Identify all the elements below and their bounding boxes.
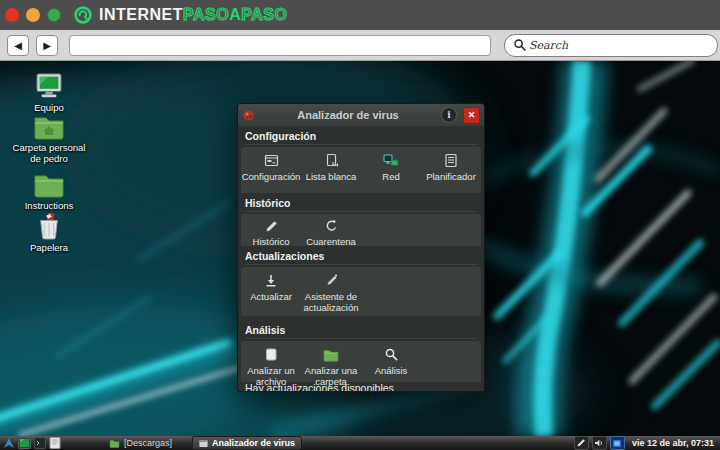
section-header-analisis: Análisis [238,320,484,341]
analisis-button[interactable]: Análisis [361,346,421,376]
window-titlebar[interactable]: Analizador de virus i ✕ [238,104,484,126]
info-button[interactable]: i [441,107,457,123]
task-label: [Descargas] [124,438,172,448]
traffic-minimize-button[interactable] [26,8,40,22]
logo-word-paso1: PASO [183,6,229,24]
planificador-button[interactable]: Planificador [421,152,481,193]
asistente-actualizacion-button[interactable]: Asistente de actualización [301,272,361,313]
whitelist-icon [324,152,339,169]
logo-word-paso2: PASO [241,6,287,24]
tray-network-icon[interactable] [610,436,625,450]
section-header-historico: Histórico [238,193,484,214]
tray-volume-icon[interactable] [592,436,607,450]
red-button[interactable]: Red [361,152,421,193]
settings-icon [264,152,279,169]
forward-button[interactable]: ▶ [36,35,58,56]
desktop-icon-label: Equipo [34,102,64,113]
window-title: Analizador de virus [255,109,441,121]
desktop-icon-label: Carpeta personal de pedro [8,142,90,164]
screen: INTERNETPASOAPASO ◀ ▶ [0,0,720,450]
download-icon [264,272,278,289]
search-box[interactable] [504,34,718,57]
tray-pencil-icon[interactable] [574,436,589,450]
dark-app-launcher-icon[interactable] [34,437,46,449]
terminal-launcher-icon[interactable] [18,437,31,449]
item-label: Análisis [373,365,410,376]
desktop-icon-label: Papelera [30,242,68,253]
url-input[interactable] [69,35,491,56]
desktop-icon-home-folder[interactable]: Carpeta personal de pedro [7,114,91,164]
computer-icon [34,72,64,100]
desktop-icon-equipo[interactable]: Equipo [7,72,91,113]
section-panel-analisis: Analizar un archivo Analizar una carpeta… [241,341,481,382]
menu-launcher-icon[interactable] [3,437,15,449]
system-tray: vie 12 de abr, 07:31 [574,436,720,450]
taskbar: [Descargas] Analizador de virus vie 12 d… [0,436,720,450]
home-folder-icon [33,114,65,140]
item-label: Actualizar [248,291,294,302]
back-button[interactable]: ◀ [7,35,29,56]
folder-icon [109,439,120,448]
file-icon [264,346,278,363]
virus-analyzer-window: Analizador de virus i ✕ Configuración Co… [237,103,485,392]
historico-button[interactable]: Histórico [241,219,301,246]
section-panel-configuracion: Configuración Lista blanca Red [241,147,481,193]
logo-word-internet: INTERNET [99,6,183,24]
browser-navbar: ◀ ▶ [0,30,720,61]
update-wizard-icon [324,272,339,289]
network-icon [383,152,399,169]
section-panel-actualizaciones: Actualizar Asistente de actualización [241,267,481,316]
history-pencil-icon [264,219,279,234]
logo-text: INTERNETPASOAPASO [99,6,287,24]
close-button[interactable]: ✕ [463,107,480,124]
task-label: Analizador de virus [212,438,295,448]
desktop: Equipo Carpeta personal de pedro Instruc… [0,61,720,436]
folder-icon [33,172,65,198]
traffic-close-button[interactable] [5,8,19,22]
item-label: Red [380,171,401,182]
browser-titlebar: INTERNETPASOAPASO [0,0,720,30]
analizar-carpeta-button[interactable]: Analizar una carpeta [301,346,361,387]
desktop-icon-instructions[interactable]: Instructions [7,172,91,211]
configuracion-button[interactable]: Configuración [241,152,301,193]
magnifier-icon [384,346,399,363]
desktop-icon-papelera[interactable]: Papelera [7,212,91,253]
window-icon [199,439,208,448]
cuarentena-button[interactable]: Cuarentena [301,219,361,246]
taskbar-clock[interactable]: vie 12 de abr, 07:31 [632,438,714,448]
scheduler-icon [444,152,458,169]
window-statusbar: Hay actualizaciones disponibles [238,382,484,392]
status-text: Hay actualizaciones disponibles [245,382,394,392]
trash-icon [36,212,62,240]
internetpasoapaso-logo: INTERNETPASOAPASO [73,5,287,25]
analizar-archivo-button[interactable]: Analizar un archivo [241,346,301,387]
task-button-analizador[interactable]: Analizador de virus [192,436,302,450]
item-label: Lista blanca [304,171,359,182]
logo-ring-icon [73,5,93,25]
item-label: Configuración [240,171,303,182]
item-label: Planificador [424,171,478,182]
lista-blanca-button[interactable]: Lista blanca [301,152,361,193]
folder-icon [323,346,339,363]
quarantine-icon [324,219,339,234]
files-launcher-icon[interactable] [49,437,61,449]
item-label: Asistente de actualización [301,291,361,313]
section-panel-historico: Histórico Cuarentena [241,214,481,246]
actualizar-button[interactable]: Actualizar [241,272,301,302]
logo-word-a: A [229,6,241,24]
section-header-actualizaciones: Actualizaciones [238,246,484,267]
virus-app-icon [242,109,255,122]
traffic-maximize-button[interactable] [47,8,61,22]
search-icon [513,38,527,52]
section-header-configuracion: Configuración [238,126,484,147]
search-input[interactable] [527,38,681,53]
desktop-icon-label: Instructions [25,200,74,211]
task-button-descargas[interactable]: [Descargas] [103,437,178,450]
